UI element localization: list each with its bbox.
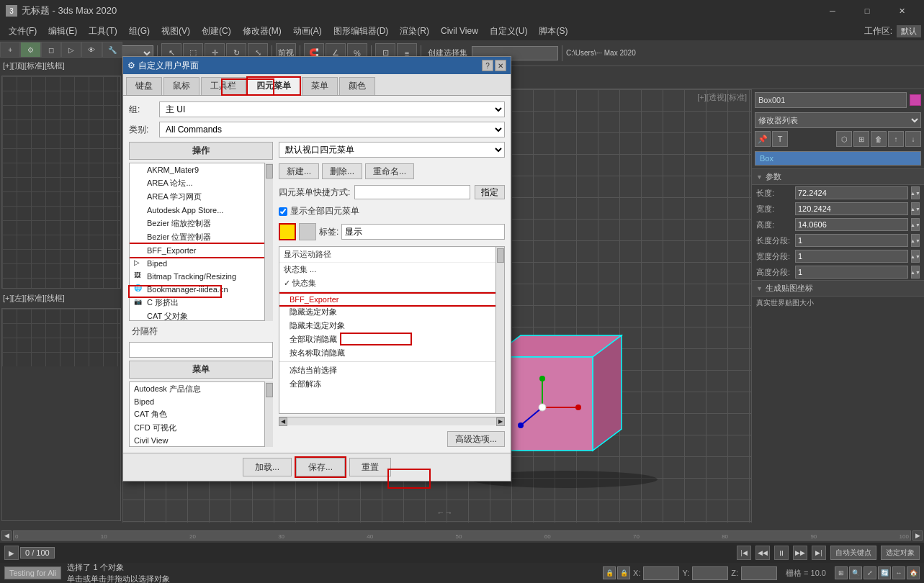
menu-item-biped[interactable]: Biped bbox=[130, 396, 272, 407]
op-item-autodesk[interactable]: Autodesk App Store... bbox=[130, 204, 272, 217]
menu-render[interactable]: 渲染(R) bbox=[394, 24, 435, 39]
assign-button[interactable]: 指定 bbox=[475, 185, 505, 199]
anim-btn-fwd[interactable]: ▶▶ bbox=[793, 546, 807, 560]
load-button[interactable]: 加载... bbox=[243, 458, 292, 476]
menu-list-scrollthumb[interactable] bbox=[266, 383, 273, 397]
utilities-tab-nav[interactable]: 🔧 bbox=[102, 42, 122, 58]
motion-tab-nav[interactable]: ▷ bbox=[61, 42, 81, 58]
menu-civil-view[interactable]: Civil View bbox=[435, 24, 484, 37]
length-input[interactable] bbox=[795, 186, 908, 199]
anim-btn-next[interactable]: ▶| bbox=[812, 546, 826, 560]
quad-cmd-freeze-sel[interactable]: 冻结当前选择 bbox=[279, 363, 504, 377]
tab-toolbar[interactable]: 工具栏 bbox=[201, 77, 246, 95]
menu-item-cat[interactable]: CAT 角色 bbox=[130, 407, 272, 421]
quad-cmd-unhide-all[interactable]: 全部取消隐藏 bbox=[279, 333, 504, 346]
menu-item-autodesk-info[interactable]: Autodesk 产品信息 bbox=[130, 382, 272, 396]
state-row-1[interactable]: 状态集 ... bbox=[279, 263, 504, 276]
op-item-cat-parent[interactable]: CAT 父对象 bbox=[130, 309, 272, 321]
category-select[interactable]: All Commands bbox=[159, 122, 505, 137]
state-row-2[interactable]: ✓ 快态集 bbox=[279, 276, 504, 290]
quad-cmd-hide-unsel[interactable]: 隐藏未选定对象 bbox=[279, 319, 504, 333]
menu-graph-editor[interactable]: 图形编辑器(D) bbox=[328, 24, 395, 39]
z-input[interactable] bbox=[741, 566, 777, 580]
modifier-btn4[interactable]: ↑ bbox=[888, 131, 904, 147]
tab-mouse[interactable]: 鼠标 bbox=[163, 77, 199, 95]
quad-rename-button[interactable]: 重命名... bbox=[365, 163, 414, 179]
menu-modifier[interactable]: 修改器(M) bbox=[237, 24, 287, 39]
x-input[interactable] bbox=[643, 566, 679, 580]
timeline-slider[interactable]: 0 10 20 30 40 50 60 70 80 90 100 bbox=[13, 530, 911, 541]
height-spinner[interactable]: ▲▼ bbox=[911, 218, 920, 231]
dialog-help-button[interactable]: ? bbox=[482, 60, 493, 71]
nav-icon-6[interactable]: 🏠 bbox=[907, 566, 920, 579]
maximize-button[interactable]: □ bbox=[851, 0, 884, 22]
tab-keyboard[interactable]: 键盘 bbox=[126, 77, 162, 95]
menu-script[interactable]: 脚本(S) bbox=[533, 24, 573, 39]
quad-menu-dropdown[interactable]: 默认视口四元菜单 bbox=[279, 142, 505, 158]
height-input[interactable] bbox=[795, 218, 908, 231]
tab-menu[interactable]: 菜单 bbox=[302, 77, 338, 95]
menu-edit[interactable]: 编辑(E) bbox=[42, 24, 83, 39]
uvw-section-title[interactable]: 生成贴图坐标 bbox=[752, 280, 924, 297]
anim-btn-prev[interactable]: |◀ bbox=[737, 546, 751, 560]
modifier-box[interactable]: Box bbox=[755, 152, 920, 165]
tab-color[interactable]: 颜色 bbox=[339, 77, 375, 95]
active-color-swatch[interactable] bbox=[279, 223, 296, 240]
operations-list[interactable]: AKRM_Mater9 AREA 论坛... AREA 学习网页 Autodes… bbox=[129, 163, 273, 321]
hierarchy-tab-nav[interactable]: ◻ bbox=[41, 42, 61, 58]
hscroll-track[interactable] bbox=[287, 417, 496, 425]
modifier-btn5[interactable]: ↓ bbox=[905, 131, 921, 147]
group-select[interactable]: 主 UI bbox=[159, 101, 505, 117]
nav-icon-3[interactable]: ⤢ bbox=[864, 566, 876, 579]
label-input[interactable] bbox=[341, 224, 505, 240]
width-spinner[interactable]: ▲▼ bbox=[911, 202, 920, 215]
op-item-bezier-scale[interactable]: Bezier 缩放控制器 bbox=[130, 217, 272, 230]
modifier-btn1[interactable]: ⬡ bbox=[836, 131, 852, 147]
modifier-dropdown[interactable]: 修改器列表 bbox=[755, 112, 921, 128]
menu-item-cfd[interactable]: CFD 可视化 bbox=[130, 421, 272, 435]
auto-key-button[interactable]: 自动关键点 bbox=[830, 546, 876, 560]
op-item-area-forum[interactable]: AREA 论坛... bbox=[130, 176, 272, 190]
create-tab-nav[interactable]: + bbox=[0, 42, 20, 58]
modifier-btn2[interactable]: ⊞ bbox=[853, 131, 869, 147]
quad-new-button[interactable]: 新建... bbox=[279, 163, 319, 179]
quad-cmd-unhide-by-name[interactable]: 按名称取消隐藏 bbox=[279, 346, 504, 360]
op-item-bff[interactable]: BFF_Exporter bbox=[130, 244, 272, 257]
width-input[interactable] bbox=[795, 202, 908, 215]
params-section-title[interactable]: 参数 bbox=[752, 168, 924, 185]
save-button[interactable]: 保存... bbox=[296, 458, 345, 476]
height-segs-spinner[interactable]: ▲▼ bbox=[911, 266, 920, 279]
close-button[interactable]: ✕ bbox=[885, 0, 918, 22]
nav-icon-1[interactable]: ⊞ bbox=[835, 566, 848, 579]
length-segs-spinner[interactable]: ▲▼ bbox=[911, 234, 920, 247]
object-color-swatch[interactable] bbox=[910, 94, 921, 106]
display-tab-nav[interactable]: 👁 bbox=[81, 42, 102, 58]
width-segs-spinner[interactable]: ▲▼ bbox=[911, 250, 920, 263]
modifier-btn3[interactable]: 🗑 bbox=[871, 131, 887, 147]
quad-delete-button[interactable]: 删除... bbox=[322, 163, 362, 179]
menu-file[interactable]: 文件(F) bbox=[3, 24, 42, 39]
op-list-scrollbar[interactable] bbox=[264, 163, 273, 321]
op-item-bitmap[interactable]: 🖼Bitmap Tracking/Resizing bbox=[130, 270, 272, 283]
advanced-options-button[interactable]: 高级选项... bbox=[447, 431, 505, 447]
pin-icon[interactable]: 📌 bbox=[755, 131, 771, 147]
menu-group[interactable]: 组(G) bbox=[123, 24, 156, 39]
menu-tools[interactable]: 工具(T) bbox=[83, 24, 122, 39]
timeline-prev-btn[interactable]: ◀ bbox=[1, 530, 12, 541]
anim-btn-pause[interactable]: ⏸ bbox=[774, 546, 789, 560]
separator-input[interactable] bbox=[129, 342, 273, 358]
quad-cmd-hide-sel[interactable]: 隐藏选定对象 bbox=[279, 305, 504, 319]
op-item-area-learn[interactable]: AREA 学习网页 bbox=[130, 190, 272, 204]
quad-cmd-unfreeze-all[interactable]: 全部解冻 bbox=[279, 377, 504, 391]
menu-item-civil[interactable]: Civil View bbox=[130, 435, 272, 446]
quad-content-scrollbar[interactable] bbox=[495, 247, 504, 413]
nav-icon-4[interactable]: 🔄 bbox=[878, 566, 891, 579]
nav-icon-2[interactable]: 🔍 bbox=[849, 566, 862, 579]
lock-icon[interactable]: 🔒 bbox=[603, 566, 616, 579]
quad-scrollthumb[interactable] bbox=[497, 248, 504, 263]
y-input[interactable] bbox=[692, 566, 728, 580]
length-spinner[interactable]: ▲▼ bbox=[911, 186, 920, 199]
nav-icon-5[interactable]: ↔ bbox=[892, 566, 905, 579]
lock2-icon[interactable]: 🔒 bbox=[617, 566, 630, 579]
top-viewport[interactable] bbox=[1, 76, 121, 289]
